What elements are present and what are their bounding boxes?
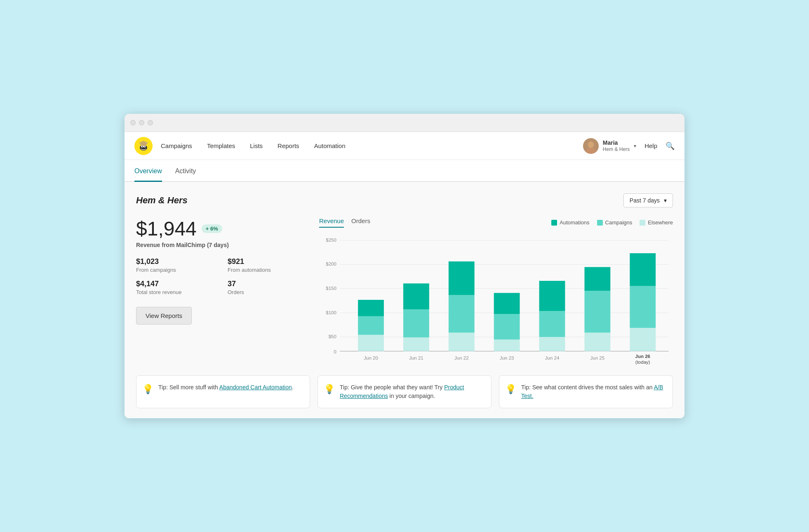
orders-stat: 37 Orders bbox=[228, 280, 309, 295]
date-filter[interactable]: Past 7 days ▾ bbox=[623, 193, 673, 207]
nav-right: Maria Hem & Hers ▾ Help 🔍 bbox=[583, 138, 675, 154]
svg-point-4 bbox=[142, 146, 143, 146]
tip-icon-2: 💡 bbox=[324, 384, 335, 395]
tab-overview[interactable]: Overview bbox=[134, 160, 162, 182]
content-grid: $1,944 + 6% Revenue from MailChimp (7 da… bbox=[136, 217, 673, 365]
svg-text:Jun 21: Jun 21 bbox=[409, 355, 423, 360]
orders-label: Orders bbox=[228, 289, 309, 295]
bar-jun23-elsewhere bbox=[494, 339, 520, 351]
header-row: Hem & Hers Past 7 days ▾ bbox=[136, 193, 673, 207]
view-reports-button[interactable]: View Reports bbox=[136, 307, 192, 325]
chevron-down-icon: ▾ bbox=[664, 197, 667, 204]
svg-text:Jun 26: Jun 26 bbox=[635, 354, 650, 359]
stats-grid: $1,023 From campaigns $921 From automati… bbox=[136, 257, 309, 295]
campaigns-label: From campaigns bbox=[136, 267, 218, 273]
bar-jun21-elsewhere bbox=[403, 337, 429, 351]
svg-text:Jun 20: Jun 20 bbox=[364, 355, 378, 360]
avatar bbox=[583, 138, 599, 154]
legend-campaigns-color bbox=[597, 220, 603, 226]
svg-text:Jun 22: Jun 22 bbox=[454, 355, 469, 360]
svg-text:Jun 23: Jun 23 bbox=[500, 355, 514, 360]
left-panel: $1,944 + 6% Revenue from MailChimp (7 da… bbox=[136, 217, 309, 365]
nav-lists[interactable]: Lists bbox=[250, 142, 263, 149]
total-store-value: $4,147 bbox=[136, 280, 218, 288]
bar-jun25-elsewhere bbox=[585, 333, 611, 351]
bar-jun21-automations bbox=[403, 283, 429, 309]
bar-jun26-campaigns bbox=[630, 286, 656, 328]
user-text: Maria Hem & Hers bbox=[603, 139, 630, 153]
automations-value: $921 bbox=[228, 257, 309, 266]
search-icon[interactable]: 🔍 bbox=[666, 141, 675, 151]
svg-text:0: 0 bbox=[334, 349, 336, 354]
campaigns-stat: $1,023 From campaigns bbox=[136, 257, 218, 273]
tip-card-3: 💡 Tip: See what content drives the most … bbox=[499, 375, 673, 408]
automations-label: From automations bbox=[228, 267, 309, 273]
bar-chart: $250 $200 $150 $100 $50 0 bbox=[319, 233, 673, 365]
right-panel: Revenue Orders Automations Campaigns bbox=[319, 217, 673, 365]
bar-jun20-campaigns bbox=[358, 316, 384, 335]
svg-text:$150: $150 bbox=[326, 286, 336, 291]
bar-jun24-elsewhere bbox=[539, 337, 565, 351]
tip-icon-1: 💡 bbox=[142, 384, 153, 395]
automations-stat: $921 From automations bbox=[228, 257, 309, 273]
tip-link-1[interactable]: Abandoned Cart Automation bbox=[219, 384, 292, 391]
minimize-button[interactable] bbox=[139, 120, 144, 125]
nav-links: Campaigns Templates Lists Reports Automa… bbox=[161, 142, 583, 149]
svg-text:Jun 24: Jun 24 bbox=[545, 355, 560, 360]
user-name: Maria bbox=[603, 139, 630, 146]
nav-reports[interactable]: Reports bbox=[278, 142, 299, 149]
campaigns-value: $1,023 bbox=[136, 257, 218, 266]
close-button[interactable] bbox=[130, 120, 136, 125]
main-content: Hem & Hers Past 7 days ▾ $1,944 + 6% Rev… bbox=[125, 182, 684, 418]
tab-activity[interactable]: Activity bbox=[175, 160, 196, 182]
tip-text-2: Tip: Give the people what they want! Try… bbox=[340, 383, 484, 400]
app-window: Campaigns Templates Lists Reports Automa… bbox=[124, 113, 685, 419]
revenue-label: Revenue from MailChimp (7 days) bbox=[136, 242, 309, 248]
bar-jun20-automations bbox=[358, 300, 384, 316]
legend-elsewhere-label: Elsewhere bbox=[648, 219, 673, 226]
bar-jun23-automations bbox=[494, 293, 520, 314]
help-link[interactable]: Help bbox=[644, 142, 657, 149]
revenue-amount-row: $1,944 + 6% bbox=[136, 217, 309, 240]
total-store-stat: $4,147 Total store revenue bbox=[136, 280, 218, 295]
chart-header: Revenue Orders Automations Campaigns bbox=[319, 217, 673, 228]
bar-jun23-campaigns bbox=[494, 314, 520, 340]
nav-bar: Campaigns Templates Lists Reports Automa… bbox=[125, 132, 684, 160]
chart-tab-orders[interactable]: Orders bbox=[351, 217, 370, 228]
tip-card-2: 💡 Tip: Give the people what they want! T… bbox=[317, 375, 492, 408]
legend-automations-label: Automations bbox=[560, 219, 589, 226]
svg-point-5 bbox=[144, 146, 145, 146]
bar-jun24-automations bbox=[539, 281, 565, 311]
user-menu[interactable]: Maria Hem & Hers ▾ bbox=[583, 138, 636, 154]
legend-elsewhere-color bbox=[640, 220, 645, 226]
bar-jun20-elsewhere bbox=[358, 335, 384, 351]
page-title: Hem & Hers bbox=[136, 195, 188, 206]
maximize-button[interactable] bbox=[148, 120, 153, 125]
logo bbox=[134, 137, 153, 155]
svg-text:$100: $100 bbox=[326, 310, 336, 315]
tip-text-1: Tip: Sell more stuff with Abandoned Cart… bbox=[158, 383, 294, 392]
svg-text:Jun 25: Jun 25 bbox=[590, 355, 605, 360]
tips-row: 💡 Tip: Sell more stuff with Abandoned Ca… bbox=[136, 375, 673, 408]
total-store-label: Total store revenue bbox=[136, 289, 218, 295]
nav-campaigns[interactable]: Campaigns bbox=[161, 142, 192, 149]
tip-icon-3: 💡 bbox=[505, 384, 516, 395]
user-store: Hem & Hers bbox=[603, 146, 630, 153]
chart-tabs: Revenue Orders bbox=[319, 217, 370, 228]
revenue-change-badge: + 6% bbox=[202, 224, 222, 233]
chevron-down-icon: ▾ bbox=[634, 143, 636, 149]
bar-jun22-automations bbox=[449, 261, 475, 295]
chart-tab-revenue[interactable]: Revenue bbox=[319, 217, 344, 228]
nav-templates[interactable]: Templates bbox=[207, 142, 235, 149]
bar-jun22-elsewhere bbox=[449, 333, 475, 351]
chart-area: $250 $200 $150 $100 $50 0 bbox=[319, 233, 673, 365]
legend-campaigns-label: Campaigns bbox=[605, 219, 633, 226]
legend-automations-color bbox=[551, 220, 557, 226]
nav-automation[interactable]: Automation bbox=[314, 142, 346, 149]
svg-text:$250: $250 bbox=[326, 238, 336, 242]
bar-jun25-campaigns bbox=[585, 291, 611, 332]
legend-elsewhere: Elsewhere bbox=[640, 219, 673, 226]
tip-card-1: 💡 Tip: Sell more stuff with Abandoned Ca… bbox=[136, 375, 310, 408]
bar-jun22-campaigns bbox=[449, 295, 475, 333]
traffic-lights bbox=[130, 120, 153, 125]
